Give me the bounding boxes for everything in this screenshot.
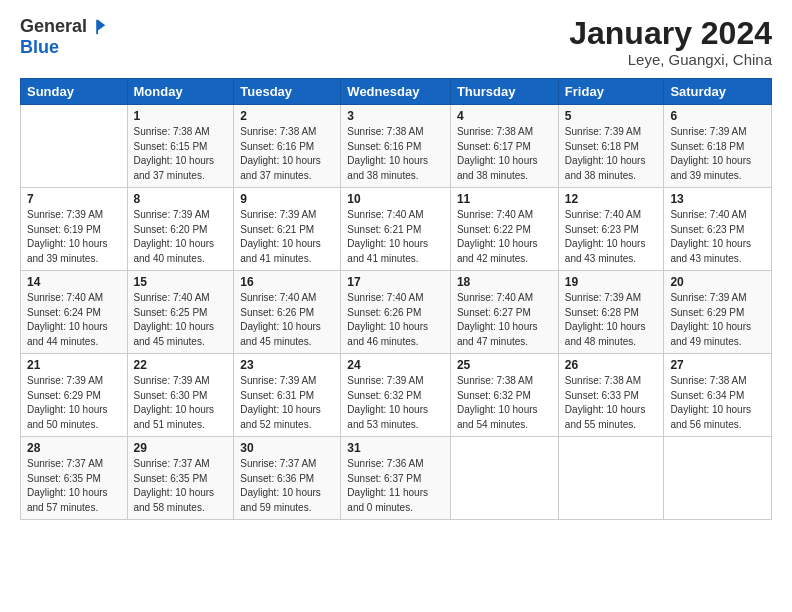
day-number: 30 (240, 441, 334, 455)
logo-blue-text: Blue (20, 37, 59, 58)
calendar-day-cell: 3Sunrise: 7:38 AMSunset: 6:16 PMDaylight… (341, 105, 451, 188)
day-info: Sunrise: 7:39 AMSunset: 6:18 PMDaylight:… (670, 125, 765, 183)
calendar-day-cell: 10Sunrise: 7:40 AMSunset: 6:21 PMDayligh… (341, 188, 451, 271)
calendar-day-cell: 8Sunrise: 7:39 AMSunset: 6:20 PMDaylight… (127, 188, 234, 271)
day-info: Sunrise: 7:39 AMSunset: 6:32 PMDaylight:… (347, 374, 444, 432)
day-number: 16 (240, 275, 334, 289)
day-number: 8 (134, 192, 228, 206)
day-info: Sunrise: 7:38 AMSunset: 6:17 PMDaylight:… (457, 125, 552, 183)
col-wednesday: Wednesday (341, 79, 451, 105)
calendar-day-cell: 21Sunrise: 7:39 AMSunset: 6:29 PMDayligh… (21, 354, 128, 437)
day-number: 1 (134, 109, 228, 123)
day-number: 17 (347, 275, 444, 289)
day-info: Sunrise: 7:37 AMSunset: 6:35 PMDaylight:… (27, 457, 121, 515)
calendar-day-cell: 31Sunrise: 7:36 AMSunset: 6:37 PMDayligh… (341, 437, 451, 520)
day-info: Sunrise: 7:39 AMSunset: 6:21 PMDaylight:… (240, 208, 334, 266)
calendar-day-cell: 2Sunrise: 7:38 AMSunset: 6:16 PMDaylight… (234, 105, 341, 188)
day-number: 18 (457, 275, 552, 289)
calendar-day-cell: 11Sunrise: 7:40 AMSunset: 6:22 PMDayligh… (450, 188, 558, 271)
day-number: 23 (240, 358, 334, 372)
col-friday: Friday (558, 79, 664, 105)
day-number: 5 (565, 109, 658, 123)
header: General Blue January 2024 Leye, Guangxi,… (20, 16, 772, 68)
month-year-title: January 2024 (569, 16, 772, 51)
calendar-day-cell: 1Sunrise: 7:38 AMSunset: 6:15 PMDaylight… (127, 105, 234, 188)
day-number: 22 (134, 358, 228, 372)
day-info: Sunrise: 7:38 AMSunset: 6:33 PMDaylight:… (565, 374, 658, 432)
day-info: Sunrise: 7:39 AMSunset: 6:29 PMDaylight:… (27, 374, 121, 432)
calendar-week-row: 14Sunrise: 7:40 AMSunset: 6:24 PMDayligh… (21, 271, 772, 354)
calendar-day-cell: 27Sunrise: 7:38 AMSunset: 6:34 PMDayligh… (664, 354, 772, 437)
calendar-table: Sunday Monday Tuesday Wednesday Thursday… (20, 78, 772, 520)
calendar-day-cell: 7Sunrise: 7:39 AMSunset: 6:19 PMDaylight… (21, 188, 128, 271)
day-info: Sunrise: 7:40 AMSunset: 6:23 PMDaylight:… (670, 208, 765, 266)
calendar-day-cell: 4Sunrise: 7:38 AMSunset: 6:17 PMDaylight… (450, 105, 558, 188)
day-info: Sunrise: 7:39 AMSunset: 6:29 PMDaylight:… (670, 291, 765, 349)
calendar-day-cell: 18Sunrise: 7:40 AMSunset: 6:27 PMDayligh… (450, 271, 558, 354)
calendar-week-row: 7Sunrise: 7:39 AMSunset: 6:19 PMDaylight… (21, 188, 772, 271)
day-number: 14 (27, 275, 121, 289)
calendar-day-cell (450, 437, 558, 520)
col-sunday: Sunday (21, 79, 128, 105)
calendar-week-row: 28Sunrise: 7:37 AMSunset: 6:35 PMDayligh… (21, 437, 772, 520)
day-number: 3 (347, 109, 444, 123)
day-number: 21 (27, 358, 121, 372)
day-info: Sunrise: 7:38 AMSunset: 6:15 PMDaylight:… (134, 125, 228, 183)
day-info: Sunrise: 7:37 AMSunset: 6:35 PMDaylight:… (134, 457, 228, 515)
day-info: Sunrise: 7:40 AMSunset: 6:26 PMDaylight:… (347, 291, 444, 349)
day-number: 4 (457, 109, 552, 123)
day-info: Sunrise: 7:38 AMSunset: 6:32 PMDaylight:… (457, 374, 552, 432)
calendar-day-cell: 13Sunrise: 7:40 AMSunset: 6:23 PMDayligh… (664, 188, 772, 271)
day-number: 2 (240, 109, 334, 123)
calendar-day-cell: 16Sunrise: 7:40 AMSunset: 6:26 PMDayligh… (234, 271, 341, 354)
day-info: Sunrise: 7:37 AMSunset: 6:36 PMDaylight:… (240, 457, 334, 515)
calendar-header-row: Sunday Monday Tuesday Wednesday Thursday… (21, 79, 772, 105)
day-info: Sunrise: 7:40 AMSunset: 6:26 PMDaylight:… (240, 291, 334, 349)
logo-general-text: General (20, 16, 87, 37)
col-monday: Monday (127, 79, 234, 105)
col-tuesday: Tuesday (234, 79, 341, 105)
day-number: 26 (565, 358, 658, 372)
calendar-day-cell: 17Sunrise: 7:40 AMSunset: 6:26 PMDayligh… (341, 271, 451, 354)
day-info: Sunrise: 7:40 AMSunset: 6:21 PMDaylight:… (347, 208, 444, 266)
calendar-day-cell: 30Sunrise: 7:37 AMSunset: 6:36 PMDayligh… (234, 437, 341, 520)
day-info: Sunrise: 7:40 AMSunset: 6:25 PMDaylight:… (134, 291, 228, 349)
day-info: Sunrise: 7:40 AMSunset: 6:22 PMDaylight:… (457, 208, 552, 266)
day-number: 7 (27, 192, 121, 206)
day-info: Sunrise: 7:39 AMSunset: 6:19 PMDaylight:… (27, 208, 121, 266)
svg-rect-1 (96, 19, 98, 33)
calendar-day-cell: 23Sunrise: 7:39 AMSunset: 6:31 PMDayligh… (234, 354, 341, 437)
day-number: 10 (347, 192, 444, 206)
day-number: 15 (134, 275, 228, 289)
title-block: January 2024 Leye, Guangxi, China (569, 16, 772, 68)
day-info: Sunrise: 7:40 AMSunset: 6:24 PMDaylight:… (27, 291, 121, 349)
calendar-day-cell: 15Sunrise: 7:40 AMSunset: 6:25 PMDayligh… (127, 271, 234, 354)
day-info: Sunrise: 7:36 AMSunset: 6:37 PMDaylight:… (347, 457, 444, 515)
calendar-week-row: 1Sunrise: 7:38 AMSunset: 6:15 PMDaylight… (21, 105, 772, 188)
calendar-week-row: 21Sunrise: 7:39 AMSunset: 6:29 PMDayligh… (21, 354, 772, 437)
svg-marker-0 (98, 19, 105, 30)
day-number: 24 (347, 358, 444, 372)
calendar-day-cell: 24Sunrise: 7:39 AMSunset: 6:32 PMDayligh… (341, 354, 451, 437)
day-number: 20 (670, 275, 765, 289)
col-thursday: Thursday (450, 79, 558, 105)
day-info: Sunrise: 7:40 AMSunset: 6:23 PMDaylight:… (565, 208, 658, 266)
day-info: Sunrise: 7:38 AMSunset: 6:16 PMDaylight:… (347, 125, 444, 183)
day-number: 19 (565, 275, 658, 289)
day-number: 6 (670, 109, 765, 123)
day-number: 27 (670, 358, 765, 372)
calendar-day-cell: 28Sunrise: 7:37 AMSunset: 6:35 PMDayligh… (21, 437, 128, 520)
day-info: Sunrise: 7:39 AMSunset: 6:30 PMDaylight:… (134, 374, 228, 432)
day-info: Sunrise: 7:40 AMSunset: 6:27 PMDaylight:… (457, 291, 552, 349)
calendar-day-cell: 22Sunrise: 7:39 AMSunset: 6:30 PMDayligh… (127, 354, 234, 437)
calendar-day-cell: 12Sunrise: 7:40 AMSunset: 6:23 PMDayligh… (558, 188, 664, 271)
day-number: 25 (457, 358, 552, 372)
location-subtitle: Leye, Guangxi, China (569, 51, 772, 68)
day-number: 31 (347, 441, 444, 455)
day-info: Sunrise: 7:38 AMSunset: 6:34 PMDaylight:… (670, 374, 765, 432)
logo: General Blue (20, 16, 107, 58)
calendar-day-cell: 20Sunrise: 7:39 AMSunset: 6:29 PMDayligh… (664, 271, 772, 354)
page: General Blue January 2024 Leye, Guangxi,… (0, 0, 792, 612)
day-info: Sunrise: 7:39 AMSunset: 6:31 PMDaylight:… (240, 374, 334, 432)
calendar-day-cell: 19Sunrise: 7:39 AMSunset: 6:28 PMDayligh… (558, 271, 664, 354)
